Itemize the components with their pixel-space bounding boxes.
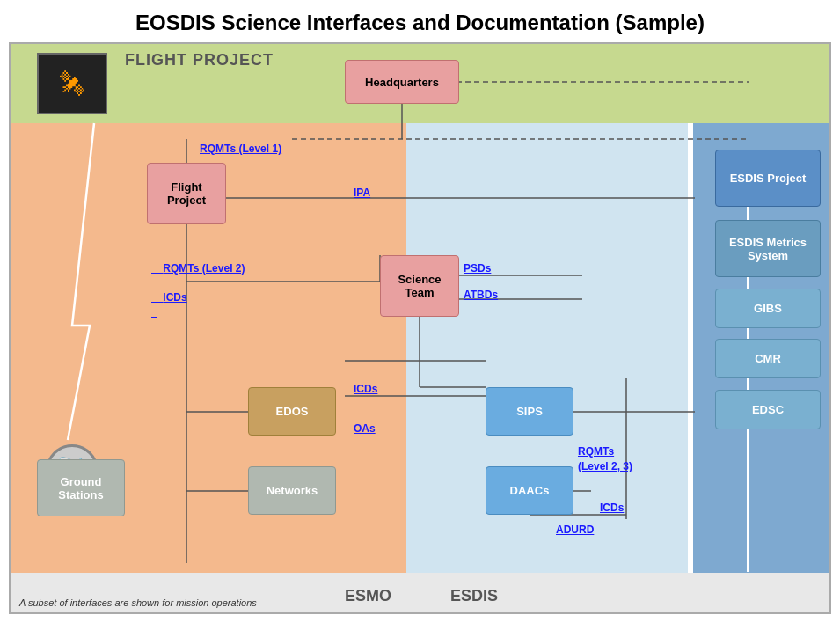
networks-box: Networks bbox=[248, 466, 336, 515]
esmo-label: ESMO bbox=[345, 587, 391, 605]
edos-box: EDOS bbox=[248, 387, 336, 436]
adurd-label: ADURD bbox=[556, 524, 594, 536]
gibs-box: GIBS bbox=[715, 289, 821, 328]
headquarters-box: Headquarters bbox=[345, 60, 459, 104]
ipa-label: IPA bbox=[354, 187, 370, 199]
rqmts-level2-3-sub: (Level 2, 3) bbox=[578, 460, 632, 472]
icds-label-right: ICDs bbox=[600, 502, 624, 514]
icds-label-left: ICDs bbox=[354, 383, 377, 395]
psds-label: PSDs bbox=[464, 262, 491, 275]
diagram-container: FLIGHT PROJECT 🛰 📡 bbox=[9, 42, 831, 614]
page-title: EOSDIS Science Interfaces and Documentat… bbox=[0, 0, 840, 42]
rqmts-level2-icds-label: RQMTs (Level 2) ICDs bbox=[151, 246, 245, 320]
esdis-project-box: ESDIS Project bbox=[715, 150, 821, 207]
satellite-image: 🛰 bbox=[37, 53, 107, 114]
rqmts-level2-3-label: RQMTs (Level 2, 3) bbox=[578, 444, 632, 474]
rqmts-level2-3-text: RQMTs bbox=[578, 445, 614, 458]
oas-label: OAs bbox=[354, 422, 376, 435]
atbds-label: ATBDs bbox=[464, 289, 498, 301]
rqmts-level1-label: RQMTs (Level 1) bbox=[200, 143, 281, 155]
science-team-box: Science Team bbox=[380, 255, 459, 317]
edsc-box: EDSC bbox=[715, 390, 821, 429]
icds-text-left: ICDs bbox=[163, 291, 186, 304]
cmr-box: CMR bbox=[715, 339, 821, 378]
rqmts-level2-text: RQMTs (Level 2) bbox=[163, 262, 245, 275]
ground-stations-box: Ground Stations bbox=[37, 459, 125, 516]
flight-project-box: Flight Project bbox=[147, 163, 226, 224]
esdis-bottom-label: ESDIS bbox=[450, 587, 498, 605]
flight-project-region-label: FLIGHT PROJECT bbox=[125, 51, 274, 70]
esdis-metrics-box: ESDIS Metrics System bbox=[715, 220, 821, 277]
sips-box: SIPS bbox=[486, 387, 573, 436]
daacs-box: DAACs bbox=[486, 466, 573, 515]
bottom-note: A subset of interfaces are shown for mis… bbox=[19, 597, 257, 608]
